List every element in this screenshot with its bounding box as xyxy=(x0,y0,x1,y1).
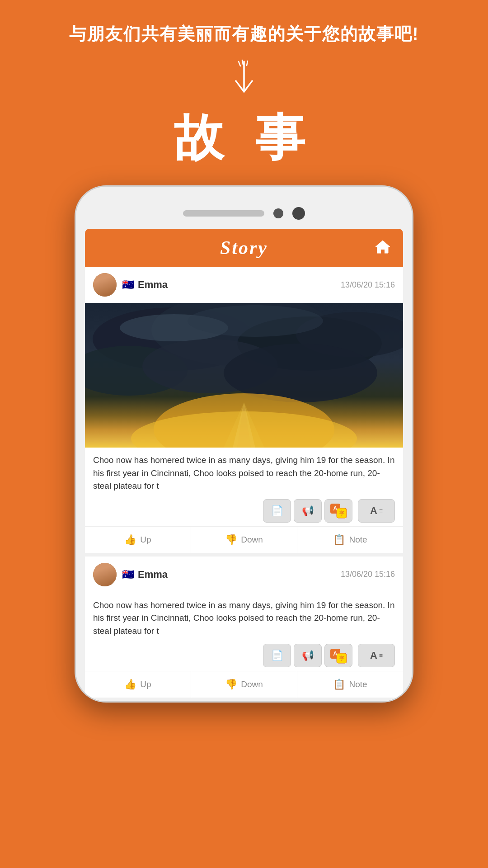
note-icon-1: 📋 xyxy=(333,534,345,546)
svg-rect-6 xyxy=(381,250,385,253)
text-format-btn-1[interactable]: 📄 xyxy=(263,499,291,523)
arrow-icon xyxy=(226,59,262,100)
svg-point-13 xyxy=(188,305,323,337)
down-btn-1[interactable]: 👎 Down xyxy=(191,527,297,553)
translate-icon-1: A 字 xyxy=(329,503,347,519)
speaker-grille xyxy=(183,210,264,217)
translate-icon-2: A 字 xyxy=(329,648,347,664)
page-background: 与朋友们共有美丽而有趣的关于您的故事吧! 故 事 Story xyxy=(0,0,488,868)
down-icon-2: 👎 xyxy=(225,679,237,690)
svg-text:字: 字 xyxy=(339,656,344,661)
up-icon-1: 👍 xyxy=(124,534,136,546)
avatar-1 xyxy=(93,273,117,297)
camera-dot-1 xyxy=(273,208,283,218)
story-card-2: 🇦🇺 Emma 13/06/20 15:16 Choo now has home… xyxy=(85,557,403,702)
app-screen: Story 🇦🇺 xyxy=(85,229,403,701)
story-card-1: 🇦🇺 Emma 13/06/20 15:16 xyxy=(85,267,403,557)
card-header-2: 🇦🇺 Emma 13/06/20 15:16 xyxy=(85,557,403,593)
chinese-story-title: 故 事 xyxy=(174,104,314,172)
svg-line-5 xyxy=(247,61,248,66)
home-icon xyxy=(374,238,392,256)
svg-text:字: 字 xyxy=(339,510,344,516)
note-btn-1[interactable]: 📋 Note xyxy=(297,527,403,553)
svg-line-3 xyxy=(239,61,240,66)
down-label-2: Down xyxy=(241,679,263,689)
app-title: Story xyxy=(220,237,268,259)
arrow-decoration xyxy=(226,59,262,100)
action-bar-1: 👍 Up 👎 Down 📋 Note xyxy=(85,526,403,553)
note-icon-2: 📋 xyxy=(333,679,345,690)
audio-btn-1[interactable]: 📢 xyxy=(294,499,322,523)
username-2: Emma xyxy=(138,569,168,580)
story-text-1: Choo now has homered twice in as many da… xyxy=(85,448,403,499)
down-btn-2[interactable]: 👎 Down xyxy=(191,671,297,698)
down-label-1: Down xyxy=(241,535,263,545)
phone-frame: Story 🇦🇺 xyxy=(75,185,413,703)
action-bar-2: 👍 Up 👎 Down 📋 Note xyxy=(85,671,403,698)
svg-line-1 xyxy=(236,81,244,92)
story-text-2: Choo now has homered twice in as many da… xyxy=(85,593,403,644)
story-image-svg-1 xyxy=(85,303,403,448)
translate-btn-1[interactable]: A 字 xyxy=(324,499,352,523)
card-header-left-1: 🇦🇺 Emma xyxy=(93,273,168,297)
down-icon-1: 👎 xyxy=(225,534,237,546)
phone-hardware-bar xyxy=(85,200,403,229)
up-btn-1[interactable]: 👍 Up xyxy=(85,527,191,553)
up-btn-2[interactable]: 👍 Up xyxy=(85,671,191,698)
text-format-btn-2[interactable]: 📄 xyxy=(263,644,291,667)
flag-emoji-1: 🇦🇺 xyxy=(122,279,134,291)
camera-dot-2 xyxy=(292,207,305,220)
flag-name-1: 🇦🇺 Emma xyxy=(122,279,168,291)
note-label-2: Note xyxy=(349,679,367,689)
font-size-btn-1[interactable]: A ≡ xyxy=(358,499,395,523)
up-label-1: Up xyxy=(140,535,151,545)
avatar-2 xyxy=(93,563,117,586)
action-toolbar-2: 📄 📢 A 字 A ≡ xyxy=(85,644,403,671)
flag-name-2: 🇦🇺 Emma xyxy=(122,569,168,580)
action-toolbar-1: 📄 📢 A 字 A ≡ xyxy=(85,499,403,526)
audio-btn-2[interactable]: 📢 xyxy=(294,644,322,667)
font-size-btn-2[interactable]: A ≡ xyxy=(358,644,395,667)
note-label-1: Note xyxy=(349,535,367,545)
svg-line-4 xyxy=(242,60,243,65)
note-btn-2[interactable]: 📋 Note xyxy=(297,671,403,698)
card-header-1: 🇦🇺 Emma 13/06/20 15:16 xyxy=(85,267,403,303)
translate-btn-2[interactable]: A 字 xyxy=(324,644,352,667)
username-1: Emma xyxy=(138,279,168,291)
card-header-left-2: 🇦🇺 Emma xyxy=(93,563,168,586)
up-icon-2: 👍 xyxy=(124,679,136,690)
story-image-1 xyxy=(85,303,403,448)
svg-line-2 xyxy=(244,81,252,92)
timestamp-1: 13/06/20 15:16 xyxy=(341,280,395,290)
top-tagline: 与朋友们共有美丽而有趣的关于您的故事吧! xyxy=(60,23,428,46)
app-header: Story xyxy=(85,229,403,267)
home-button[interactable] xyxy=(374,238,392,258)
timestamp-2: 13/06/20 15:16 xyxy=(341,570,395,579)
up-label-2: Up xyxy=(140,679,151,689)
flag-emoji-2: 🇦🇺 xyxy=(122,569,134,580)
